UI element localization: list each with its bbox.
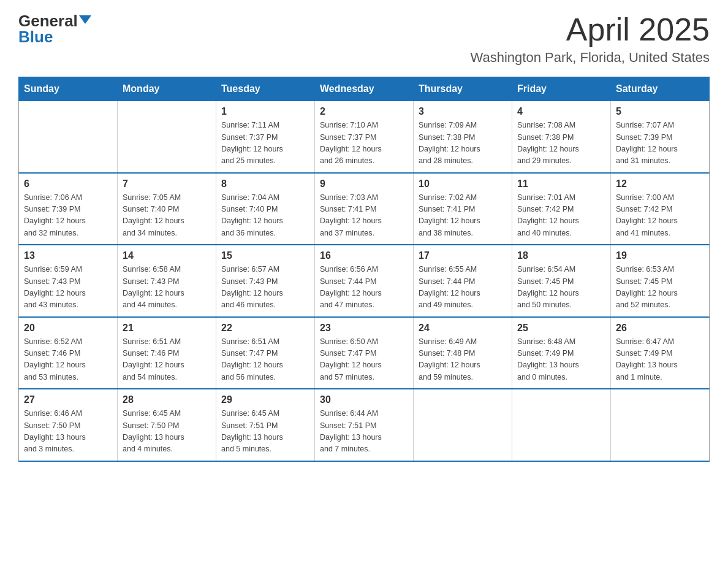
day-info: Sunrise: 7:03 AM Sunset: 7:41 PM Dayligh… xyxy=(320,192,408,240)
calendar-cell: 19Sunrise: 6:53 AM Sunset: 7:45 PM Dayli… xyxy=(611,245,710,317)
calendar-cell: 11Sunrise: 7:01 AM Sunset: 7:42 PM Dayli… xyxy=(512,173,611,245)
page-header: General Blue April 2025 Washington Park,… xyxy=(18,12,710,66)
calendar-cell xyxy=(118,101,216,173)
day-number: 22 xyxy=(221,323,309,334)
calendar-day-header: Thursday xyxy=(414,77,512,101)
day-info: Sunrise: 6:52 AM Sunset: 7:46 PM Dayligh… xyxy=(24,336,112,384)
calendar-cell xyxy=(611,389,710,461)
calendar-week-row: 27Sunrise: 6:46 AM Sunset: 7:50 PM Dayli… xyxy=(19,389,710,461)
day-info: Sunrise: 6:46 AM Sunset: 7:50 PM Dayligh… xyxy=(24,408,112,456)
calendar-cell: 8Sunrise: 7:04 AM Sunset: 7:40 PM Daylig… xyxy=(216,173,315,245)
calendar-cell xyxy=(512,389,611,461)
calendar-cell: 14Sunrise: 6:58 AM Sunset: 7:43 PM Dayli… xyxy=(118,245,216,317)
day-number: 23 xyxy=(320,323,408,334)
day-info: Sunrise: 7:07 AM Sunset: 7:39 PM Dayligh… xyxy=(616,120,704,167)
day-info: Sunrise: 6:55 AM Sunset: 7:44 PM Dayligh… xyxy=(419,264,507,312)
day-info: Sunrise: 7:04 AM Sunset: 7:40 PM Dayligh… xyxy=(221,192,309,240)
main-title: April 2025 xyxy=(471,12,710,47)
day-info: Sunrise: 7:11 AM Sunset: 7:37 PM Dayligh… xyxy=(221,120,309,167)
day-number: 7 xyxy=(123,178,211,190)
day-number: 11 xyxy=(517,178,605,190)
day-info: Sunrise: 6:50 AM Sunset: 7:47 PM Dayligh… xyxy=(320,336,408,384)
day-info: Sunrise: 6:49 AM Sunset: 7:48 PM Dayligh… xyxy=(419,336,507,384)
day-info: Sunrise: 6:58 AM Sunset: 7:43 PM Dayligh… xyxy=(123,264,211,312)
calendar-header-row: SundayMondayTuesdayWednesdayThursdayFrid… xyxy=(19,77,710,101)
day-info: Sunrise: 6:51 AM Sunset: 7:47 PM Dayligh… xyxy=(221,336,309,384)
day-number: 12 xyxy=(616,178,704,190)
calendar-day-header: Monday xyxy=(118,77,216,101)
calendar-cell: 20Sunrise: 6:52 AM Sunset: 7:46 PM Dayli… xyxy=(19,317,118,389)
calendar-week-row: 13Sunrise: 6:59 AM Sunset: 7:43 PM Dayli… xyxy=(19,245,710,317)
calendar-cell: 4Sunrise: 7:08 AM Sunset: 7:38 PM Daylig… xyxy=(512,101,611,173)
day-number: 30 xyxy=(320,394,408,405)
day-number: 17 xyxy=(419,250,507,261)
day-number: 4 xyxy=(517,106,605,117)
calendar-cell: 10Sunrise: 7:02 AM Sunset: 7:41 PM Dayli… xyxy=(414,173,512,245)
calendar-cell: 30Sunrise: 6:44 AM Sunset: 7:51 PM Dayli… xyxy=(315,389,414,461)
calendar-cell: 24Sunrise: 6:49 AM Sunset: 7:48 PM Dayli… xyxy=(414,317,512,389)
day-info: Sunrise: 6:57 AM Sunset: 7:43 PM Dayligh… xyxy=(221,264,309,312)
calendar-cell: 18Sunrise: 6:54 AM Sunset: 7:45 PM Dayli… xyxy=(512,245,611,317)
calendar-cell: 21Sunrise: 6:51 AM Sunset: 7:46 PM Dayli… xyxy=(118,317,216,389)
calendar-week-row: 1Sunrise: 7:11 AM Sunset: 7:37 PM Daylig… xyxy=(19,101,710,173)
day-info: Sunrise: 6:45 AM Sunset: 7:50 PM Dayligh… xyxy=(123,408,211,456)
calendar-cell: 29Sunrise: 6:45 AM Sunset: 7:51 PM Dayli… xyxy=(216,389,315,461)
calendar-cell: 28Sunrise: 6:45 AM Sunset: 7:50 PM Dayli… xyxy=(118,389,216,461)
day-info: Sunrise: 6:48 AM Sunset: 7:49 PM Dayligh… xyxy=(517,336,605,384)
day-number: 10 xyxy=(419,178,507,190)
calendar-cell: 3Sunrise: 7:09 AM Sunset: 7:38 PM Daylig… xyxy=(414,101,512,173)
day-info: Sunrise: 6:47 AM Sunset: 7:49 PM Dayligh… xyxy=(616,336,704,384)
calendar-cell: 23Sunrise: 6:50 AM Sunset: 7:47 PM Dayli… xyxy=(315,317,414,389)
day-number: 14 xyxy=(123,250,211,261)
calendar-cell: 9Sunrise: 7:03 AM Sunset: 7:41 PM Daylig… xyxy=(315,173,414,245)
logo: General Blue xyxy=(18,12,91,47)
day-number: 28 xyxy=(123,394,211,405)
day-info: Sunrise: 7:02 AM Sunset: 7:41 PM Dayligh… xyxy=(419,192,507,240)
day-number: 21 xyxy=(123,323,211,334)
calendar-cell: 22Sunrise: 6:51 AM Sunset: 7:47 PM Dayli… xyxy=(216,317,315,389)
day-info: Sunrise: 6:54 AM Sunset: 7:45 PM Dayligh… xyxy=(517,264,605,312)
day-info: Sunrise: 6:45 AM Sunset: 7:51 PM Dayligh… xyxy=(221,408,309,456)
calendar-cell: 16Sunrise: 6:56 AM Sunset: 7:44 PM Dayli… xyxy=(315,245,414,317)
logo-text-blue: Blue xyxy=(18,28,53,47)
day-info: Sunrise: 6:53 AM Sunset: 7:45 PM Dayligh… xyxy=(616,264,704,312)
calendar-day-header: Sunday xyxy=(19,77,118,101)
day-number: 6 xyxy=(24,178,112,190)
day-number: 8 xyxy=(221,178,309,190)
day-number: 3 xyxy=(419,106,507,117)
day-number: 1 xyxy=(221,106,309,117)
calendar-week-row: 20Sunrise: 6:52 AM Sunset: 7:46 PM Dayli… xyxy=(19,317,710,389)
day-number: 19 xyxy=(616,250,704,261)
day-number: 13 xyxy=(24,250,112,261)
day-number: 25 xyxy=(517,323,605,334)
day-number: 24 xyxy=(419,323,507,334)
calendar-day-header: Wednesday xyxy=(315,77,414,101)
day-number: 20 xyxy=(24,323,112,334)
day-number: 27 xyxy=(24,394,112,405)
calendar-cell: 13Sunrise: 6:59 AM Sunset: 7:43 PM Dayli… xyxy=(19,245,118,317)
title-area: April 2025 Washington Park, Florida, Uni… xyxy=(471,12,710,66)
day-number: 29 xyxy=(221,394,309,405)
calendar-cell: 15Sunrise: 6:57 AM Sunset: 7:43 PM Dayli… xyxy=(216,245,315,317)
subtitle: Washington Park, Florida, United States xyxy=(471,50,710,66)
day-info: Sunrise: 6:59 AM Sunset: 7:43 PM Dayligh… xyxy=(24,264,112,312)
calendar-cell: 27Sunrise: 6:46 AM Sunset: 7:50 PM Dayli… xyxy=(19,389,118,461)
calendar-cell: 26Sunrise: 6:47 AM Sunset: 7:49 PM Dayli… xyxy=(611,317,710,389)
day-info: Sunrise: 6:56 AM Sunset: 7:44 PM Dayligh… xyxy=(320,264,408,312)
day-info: Sunrise: 6:51 AM Sunset: 7:46 PM Dayligh… xyxy=(123,336,211,384)
calendar-day-header: Saturday xyxy=(611,77,710,101)
logo-arrow-icon xyxy=(79,15,91,24)
day-number: 9 xyxy=(320,178,408,190)
calendar-cell: 5Sunrise: 7:07 AM Sunset: 7:39 PM Daylig… xyxy=(611,101,710,173)
calendar-cell: 6Sunrise: 7:06 AM Sunset: 7:39 PM Daylig… xyxy=(19,173,118,245)
day-number: 26 xyxy=(616,323,704,334)
day-number: 18 xyxy=(517,250,605,261)
calendar-cell xyxy=(414,389,512,461)
day-number: 16 xyxy=(320,250,408,261)
day-info: Sunrise: 6:44 AM Sunset: 7:51 PM Dayligh… xyxy=(320,408,408,456)
calendar-week-row: 6Sunrise: 7:06 AM Sunset: 7:39 PM Daylig… xyxy=(19,173,710,245)
calendar-table: SundayMondayTuesdayWednesdayThursdayFrid… xyxy=(18,77,710,462)
day-info: Sunrise: 7:10 AM Sunset: 7:37 PM Dayligh… xyxy=(320,120,408,167)
day-number: 15 xyxy=(221,250,309,261)
day-info: Sunrise: 7:01 AM Sunset: 7:42 PM Dayligh… xyxy=(517,192,605,240)
